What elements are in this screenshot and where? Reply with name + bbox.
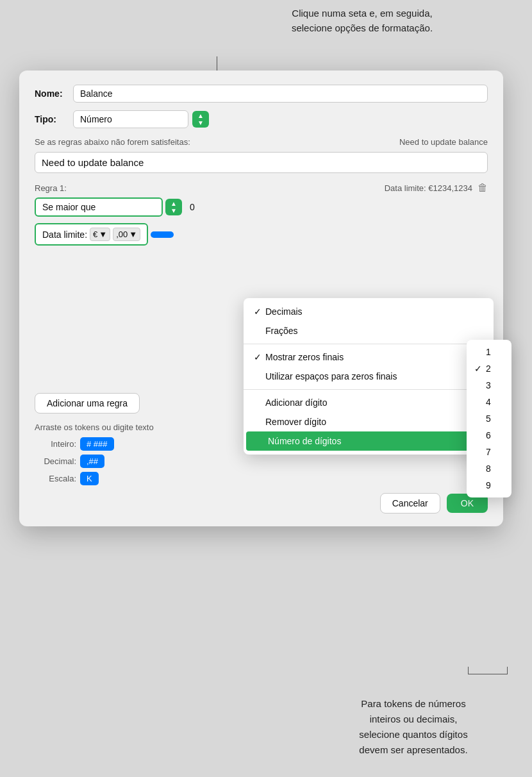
divider-1 bbox=[244, 344, 494, 344]
divider-2 bbox=[244, 389, 494, 390]
regra1-info: Data limite: €1234,1234 🗑 bbox=[385, 182, 488, 194]
sub-check-2: ✓ bbox=[474, 363, 486, 374]
menu-label-adicionar-digito: Adicionar dígito bbox=[265, 397, 328, 408]
submenu-item-5[interactable]: 5 bbox=[467, 410, 511, 427]
regra-value: 0 bbox=[187, 199, 197, 215]
blue-button[interactable] bbox=[151, 231, 174, 238]
submenu-item-2[interactable]: ✓ 2 bbox=[467, 360, 511, 377]
menu-label-numero-digitos: Número de dígitos bbox=[268, 436, 341, 446]
nome-label: Nome: bbox=[35, 88, 73, 99]
menu-label-utilizar-espacos: Utilizar espaços para zeros finais bbox=[265, 371, 397, 381]
nome-row: Nome: bbox=[35, 85, 488, 103]
decimal-dropdown[interactable]: ,00 ▼ bbox=[113, 228, 140, 241]
tipo-select[interactable]: Número bbox=[73, 110, 188, 128]
menu-item-utilizar-espacos[interactable]: Utilizar espaços para zeros finais bbox=[244, 367, 494, 386]
menu-item-mostrar-zeros[interactable]: ✓ Mostrar zeros finais bbox=[244, 347, 494, 367]
data-limite-box: Data limite: € ▼ ,00 ▼ bbox=[35, 223, 148, 246]
menu-item-adicionar-digito[interactable]: Adicionar dígito ↑ bbox=[244, 393, 494, 412]
menu-label-fracoes: Frações bbox=[265, 326, 298, 336]
regra1-header: Regra 1: Data limite: €1234,1234 🗑 bbox=[35, 182, 488, 194]
submenu-item-9[interactable]: 9 bbox=[467, 477, 511, 494]
menu-item-remover-digito[interactable]: Remover dígito ↓ bbox=[244, 412, 494, 431]
se-select[interactable]: Se maior que bbox=[35, 197, 163, 217]
submenu: 1 ✓ 2 3 4 5 6 7 8 9 bbox=[467, 340, 511, 497]
check-decimais: ✓ bbox=[254, 306, 265, 317]
menu-item-numero-digitos[interactable]: Número de dígitos › bbox=[246, 431, 491, 451]
escala-row: Escala: K bbox=[35, 472, 488, 485]
dialog: Nome: Tipo: Número ▲ ▼ Se as regras abai… bbox=[19, 71, 503, 526]
tipo-spinner[interactable]: ▲ ▼ bbox=[192, 111, 209, 128]
check-mostrar-zeros: ✓ bbox=[254, 352, 265, 362]
nome-input[interactable] bbox=[73, 85, 488, 103]
inteiro-label: Inteiro: bbox=[35, 439, 76, 449]
se-spinner[interactable]: ▲ ▼ bbox=[165, 199, 182, 215]
escala-label: Escala: bbox=[35, 474, 76, 483]
condition-text: Se as regras abaixo não forem satisfeita… bbox=[35, 137, 488, 147]
tipo-select-wrapper: Número ▲ ▼ bbox=[73, 110, 209, 128]
menu-label-mostrar-zeros: Mostrar zeros finais bbox=[265, 352, 344, 362]
add-rule-button[interactable]: Adicionar uma regra bbox=[35, 393, 140, 414]
escala-badge[interactable]: K bbox=[80, 472, 99, 485]
menu-label-decimais: Decimais bbox=[265, 306, 303, 317]
se-select-wrapper: Se maior que ▲ ▼ bbox=[35, 197, 182, 217]
data-limite-row: Data limite: € ▼ ,00 ▼ bbox=[35, 223, 488, 246]
trash-icon[interactable]: 🗑 bbox=[478, 182, 488, 194]
tipo-row: Tipo: Número ▲ ▼ bbox=[35, 110, 488, 128]
annotation-top: Clique numa seta e, em seguida, selecion… bbox=[212, 6, 513, 35]
menu-item-fracoes[interactable]: Frações bbox=[244, 321, 494, 340]
submenu-item-3[interactable]: 3 bbox=[467, 377, 511, 394]
submenu-item-1[interactable]: 1 bbox=[467, 344, 511, 360]
currency-dropdown[interactable]: € ▼ bbox=[90, 228, 110, 241]
submenu-item-7[interactable]: 7 bbox=[467, 444, 511, 460]
submenu-item-6[interactable]: 6 bbox=[467, 427, 511, 444]
decimal-badge[interactable]: ,## bbox=[80, 455, 104, 468]
decimal-label: Decimal: bbox=[35, 456, 76, 466]
regra-inputs: Se maior que ▲ ▼ 0 bbox=[35, 197, 488, 217]
cancel-button[interactable]: Cancelar bbox=[380, 493, 440, 514]
inteiro-badge[interactable]: # ### bbox=[80, 437, 114, 451]
submenu-item-4[interactable]: 4 bbox=[467, 394, 511, 410]
menu-item-decimais[interactable]: ✓ Decimais bbox=[244, 302, 494, 321]
annotation-bottom: Para tokens de números inteiros ou decim… bbox=[308, 696, 519, 758]
tipo-label: Tipo: bbox=[35, 114, 73, 124]
bracket-bottom bbox=[468, 667, 508, 674]
data-limite-label: Data limite: bbox=[42, 230, 87, 240]
dropdown-menu: ✓ Decimais Frações ✓ Mostrar zeros finai… bbox=[244, 298, 494, 455]
decimal-row: Decimal: ,## bbox=[35, 455, 488, 468]
menu-label-remover-digito: Remover dígito bbox=[265, 417, 326, 427]
error-message-box: Need to update balance bbox=[35, 152, 488, 173]
regra1-label: Regra 1: bbox=[35, 183, 67, 193]
bottom-buttons: Cancelar OK bbox=[35, 493, 488, 514]
submenu-item-8[interactable]: 8 bbox=[467, 460, 511, 477]
